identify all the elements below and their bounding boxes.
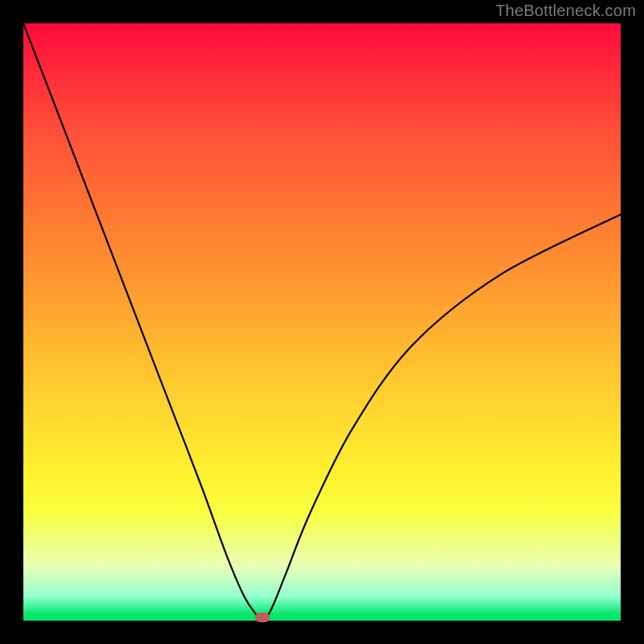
- minimum-marker: [255, 613, 270, 622]
- watermark-label: TheBottleneck.com: [495, 2, 636, 20]
- chart-plot-area: [23, 23, 621, 621]
- bottleneck-curve: [23, 23, 621, 621]
